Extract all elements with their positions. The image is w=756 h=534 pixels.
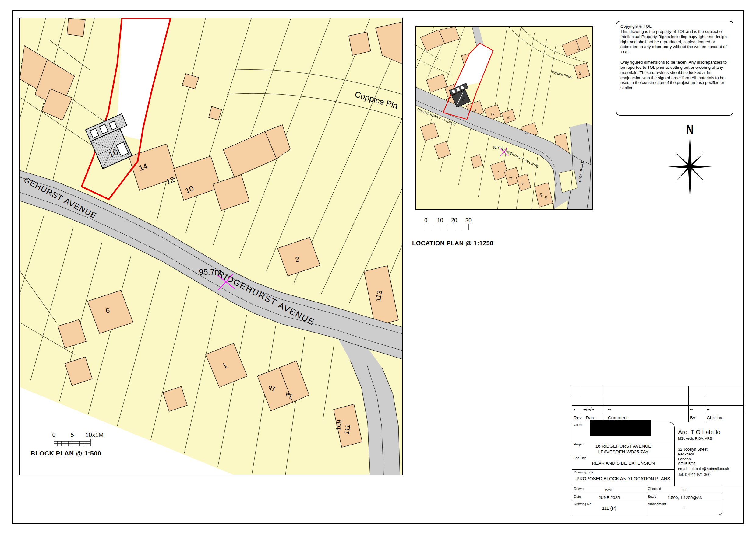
- architect-name: Arc. T O Labulo: [678, 429, 744, 436]
- date-value: JUNE 2025: [572, 494, 646, 501]
- job-title-row: Job Title REAR AND SIDE EXTENSION: [572, 455, 674, 470]
- architect-email: email- tolabulo@hotmail.co.uk: [678, 467, 744, 471]
- loc-house-111: 111: [544, 195, 547, 200]
- block-plan-map: 16 GEHURST AVENUE 95.7m RIDGEHURST AVENU…: [19, 18, 403, 475]
- north-compass: N: [665, 121, 714, 206]
- scalebar-tick-10: 10x1M: [85, 432, 104, 438]
- project-value-line1: 16 RIDGEHURST AVENUE: [572, 443, 674, 448]
- architect-qualifications: MSc Arch; RIBA, ARB: [678, 437, 744, 440]
- scale-value: 1:500, 1:1250@A3: [646, 494, 723, 501]
- loc-scalebar-30: 30: [465, 217, 472, 223]
- revision-table: - --/--/-- -- -- -- Rev Date Comment By …: [572, 386, 744, 422]
- rev-entry-rev: -: [572, 406, 582, 413]
- loc-scalebar-0: 0: [424, 217, 427, 223]
- rev-entry-chk: --: [705, 406, 744, 413]
- scalebar-tick-5: 5: [70, 432, 74, 438]
- checked-cell: Checked TOL: [646, 486, 723, 494]
- rev-entry-date: --/--/--: [582, 406, 604, 413]
- job-title-label: Job Title: [574, 456, 586, 460]
- location-plan-map: 16 RIDGEHURST AVENUE 95.7m RIDGEHURST AV…: [415, 26, 593, 210]
- drawn-cell: Drawn WAL: [572, 486, 646, 494]
- drawing-title-label: Drawing Title: [574, 470, 593, 474]
- drawing-title-row: Drawing Title PROPOSED BLOCK AND LOCATIO…: [572, 470, 674, 485]
- copyright-heading: Copyright © TOL: [620, 24, 729, 29]
- drawing-sheet: 16 GEHURST AVENUE 95.7m RIDGEHURST AVENU…: [0, 0, 756, 534]
- scalebar-tick-0: 0: [52, 432, 55, 438]
- job-title-value: REAR AND SIDE EXTENSION: [572, 460, 674, 466]
- amendment-cell: Amendment -: [646, 501, 723, 515]
- copyright-note: Copyright © TOL This drawing is the prop…: [616, 21, 734, 115]
- rev-header-by: By: [689, 413, 705, 422]
- architect-address: 32 Jocelyn Street Peckham London SE15 5Q…: [678, 447, 744, 467]
- title-block-bottom-table: Drawn WAL Checked TOL Date JUNE 2025 Sca…: [572, 486, 723, 515]
- house-109-label: 109: [335, 419, 343, 431]
- block-plan-title: BLOCK PLAN @ 1:500: [31, 450, 101, 457]
- copyright-para-1: This drawing is the property of TOL and …: [620, 29, 729, 55]
- project-row: Project 16 RIDGEHURST AVENUE LEAVESDEN W…: [572, 442, 674, 455]
- block-plan-scalebar: 0 5 10x1M: [49, 432, 113, 449]
- rev-entry-by: --: [689, 406, 705, 413]
- architect-panel: Arc. T O Labulo MSc Arch; RIBA, ARB 32 J…: [675, 422, 744, 486]
- loc-house-125: 125: [578, 71, 581, 75]
- client-redaction-box: [590, 420, 651, 436]
- location-plan-scalebar: 0 10 20 30: [420, 217, 478, 233]
- copyright-para-2: Only figured dimensions to be taken. Any…: [620, 60, 729, 91]
- client-label: Client: [574, 423, 582, 427]
- drawing-no-cell: Drawing No. 111 (P): [572, 501, 646, 515]
- amendment-value: -: [646, 501, 723, 515]
- rev-header-chkby: Chk. by: [705, 413, 744, 422]
- drawing-title-value: PROPOSED BLOCK AND LOCATION PLANS: [572, 476, 674, 481]
- drawing-no-value: 111 (P): [572, 501, 646, 515]
- rev-header-rev: Rev: [572, 413, 582, 422]
- map-land: [20, 18, 402, 475]
- loc-house-109: 109: [539, 193, 542, 198]
- date-cell: Date JUNE 2025: [572, 494, 646, 501]
- loc-scalebar-20: 20: [451, 217, 457, 223]
- loc-scalebar-10: 10: [437, 217, 443, 223]
- checked-value: TOL: [646, 486, 723, 494]
- rev-entry-comment: --: [604, 406, 689, 413]
- location-plan-title: LOCATION PLAN @ 1:1250: [412, 240, 494, 247]
- drawn-value: WAL: [572, 486, 646, 494]
- architect-tel: Tel: 07944 971 360: [678, 472, 744, 477]
- scale-cell: Scale 1:500, 1:1250@A3: [646, 494, 723, 501]
- project-value-line2: LEAVESDEN WD25 7AY: [572, 449, 674, 454]
- house-111-label: 111: [343, 424, 351, 435]
